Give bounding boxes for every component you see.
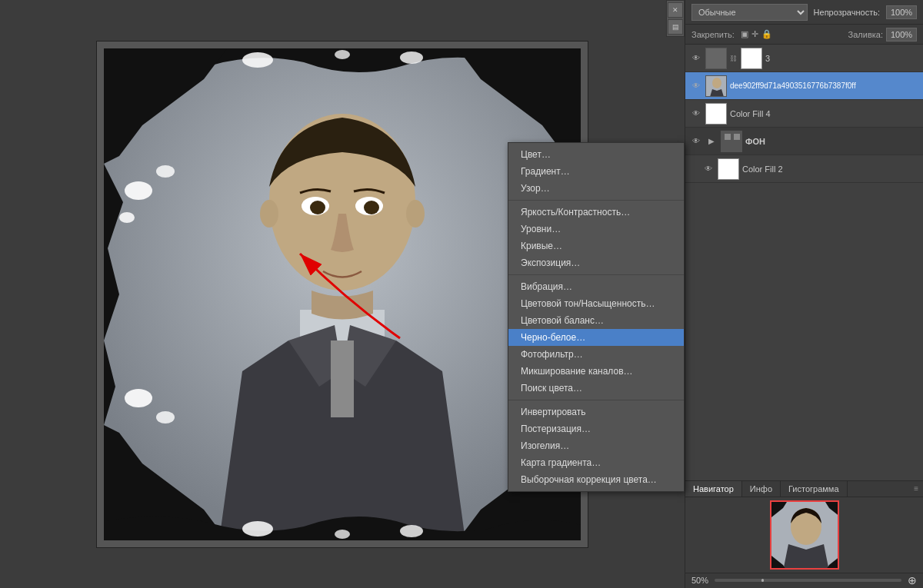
layer-name-3: 3 bbox=[765, 54, 918, 63]
layer-name-photo: dee902ff9d71a4903516776b7387f0ff bbox=[730, 81, 918, 90]
menu-item-selective-color[interactable]: Выборочная коррекция цвета… bbox=[508, 471, 684, 488]
menu-item-invert[interactable]: Инвертировать bbox=[508, 404, 684, 420]
layer-link-icon-3: ⛓ bbox=[730, 55, 738, 62]
layer-visibility-cf4[interactable]: 👁 bbox=[690, 108, 702, 120]
menu-item-color[interactable]: Цвет… bbox=[508, 146, 684, 163]
layer-name-cf4: Color Fill 4 bbox=[730, 109, 918, 118]
navigator-menu[interactable]: ≡ bbox=[909, 481, 923, 497]
zoom-max-icon: ⊕ bbox=[908, 574, 917, 586]
menu-item-vibrance[interactable]: Вибрация… bbox=[508, 278, 684, 295]
menu-item-color-balance[interactable]: Цветовой баланс… bbox=[508, 312, 684, 329]
svg-point-29 bbox=[712, 78, 721, 88]
menu-item-gradient[interactable]: Градиент… bbox=[508, 163, 684, 180]
menu-item-bw[interactable]: Черно-белое… bbox=[508, 329, 684, 346]
navigator-footer: 50% ⊕ bbox=[685, 573, 923, 589]
menu-item-pattern[interactable]: Узор… bbox=[508, 180, 684, 197]
svg-rect-32 bbox=[734, 134, 740, 140]
svg-rect-27 bbox=[706, 48, 726, 69]
fill-label: Заливка: bbox=[848, 30, 883, 39]
panel-button[interactable]: ▤ bbox=[668, 19, 683, 35]
lock-label: Закрепить: bbox=[691, 30, 735, 39]
zoom-slider-thumb[interactable] bbox=[761, 579, 764, 582]
layer-name-fon: ФОН bbox=[745, 137, 918, 146]
navigator-tabs: Навигатор Инфо Гистограмма ≡ bbox=[685, 481, 923, 497]
navigator-panel: Навигатор Инфо Гистограмма ≡ bbox=[685, 480, 923, 588]
layer-thumb-cf4 bbox=[705, 103, 727, 125]
svg-point-9 bbox=[364, 201, 379, 214]
layer-row-color-fill-4[interactable]: 👁 Color Fill 4 bbox=[685, 100, 923, 128]
layer-visibility-3[interactable]: 👁 bbox=[690, 52, 702, 65]
menu-item-channel-mix[interactable]: Микширование каналов… bbox=[508, 363, 684, 380]
lock-move-icon: ✛ bbox=[751, 29, 758, 39]
lock-fill-row: Закрепить: ▣ ✛ 🔒 Заливка: bbox=[685, 25, 923, 45]
layer-thumb-3 bbox=[705, 48, 727, 69]
right-panel: Обычные Непрозрачность: Закрепить: ▣ ✛ 🔒… bbox=[685, 0, 923, 588]
layers-list: 👁 ⛓ 3 👁 dee902ff9d bbox=[685, 45, 923, 480]
menu-item-hue-sat[interactable]: Цветовой тон/Насыщенность… bbox=[508, 295, 684, 312]
layer-thumb-photo bbox=[705, 75, 727, 97]
layer-mask-thumb-3 bbox=[741, 48, 762, 69]
group-expand-icon[interactable]: ▶ bbox=[705, 135, 718, 148]
layer-row-fon[interactable]: 👁 ▶ ФОН bbox=[685, 128, 923, 155]
float-toolbar: ✕ ▤ bbox=[666, 0, 685, 37]
menu-separator-3 bbox=[508, 400, 684, 400]
layer-visibility-photo[interactable]: 👁 bbox=[690, 80, 702, 92]
menu-separator-2 bbox=[508, 274, 684, 275]
layer-visibility-cf2[interactable]: 👁 bbox=[702, 163, 715, 175]
layer-name-cf2: Color Fill 2 bbox=[742, 164, 918, 174]
menu-item-color-lookup[interactable]: Поиск цвета… bbox=[508, 380, 684, 397]
fill-input[interactable] bbox=[886, 28, 917, 42]
blend-opacity-toolbar: Обычные Непрозрачность: bbox=[685, 0, 923, 25]
svg-point-8 bbox=[310, 201, 325, 214]
svg-rect-2 bbox=[331, 341, 354, 417]
lock-all-icon: 🔒 bbox=[761, 29, 772, 39]
svg-rect-31 bbox=[725, 134, 731, 140]
tab-histogram[interactable]: Гистограмма bbox=[781, 481, 848, 497]
layer-row-cf2[interactable]: 👁 Color Fill 2 bbox=[685, 155, 923, 183]
tab-navigator[interactable]: Навигатор bbox=[685, 481, 742, 497]
menu-item-gradient-map[interactable]: Карта градиента… bbox=[508, 454, 684, 471]
collapse-button[interactable]: ✕ bbox=[668, 2, 683, 18]
opacity-input[interactable] bbox=[886, 5, 917, 19]
menu-item-exposure[interactable]: Экспозиция… bbox=[508, 254, 684, 271]
navigator-content bbox=[685, 497, 923, 573]
layer-row-photo[interactable]: 👁 dee902ff9d71a4903516776b7387f0ff bbox=[685, 72, 923, 100]
navigator-thumbnail bbox=[770, 500, 839, 570]
menu-item-levels[interactable]: Уровни… bbox=[508, 221, 684, 238]
layer-thumb-fon bbox=[721, 131, 742, 152]
layer-thumb-cf2 bbox=[718, 158, 739, 180]
svg-point-4 bbox=[260, 200, 278, 228]
opacity-label: Непрозрачность: bbox=[814, 8, 880, 17]
svg-point-5 bbox=[406, 200, 425, 228]
lock-normal-icon: ▣ bbox=[741, 29, 748, 39]
blend-mode-select[interactable]: Обычные bbox=[691, 4, 808, 21]
layer-row-3[interactable]: 👁 ⛓ 3 bbox=[685, 45, 923, 72]
menu-item-threshold[interactable]: Изогелия… bbox=[508, 437, 684, 454]
menu-item-brightness[interactable]: Яркость/Контрастность… bbox=[508, 204, 684, 221]
menu-item-photo-filter[interactable]: Фотофильтр… bbox=[508, 346, 684, 363]
menu-item-curves[interactable]: Кривые… bbox=[508, 238, 684, 254]
menu-item-posterize[interactable]: Постеризация… bbox=[508, 420, 684, 437]
tab-info[interactable]: Инфо bbox=[742, 481, 781, 497]
menu-separator-1 bbox=[508, 200, 684, 201]
context-menu: Цвет… Градиент… Узор… Яркость/Контрастно… bbox=[508, 142, 685, 492]
zoom-value: 50% bbox=[691, 576, 708, 585]
layer-visibility-fon[interactable]: 👁 bbox=[690, 135, 702, 148]
